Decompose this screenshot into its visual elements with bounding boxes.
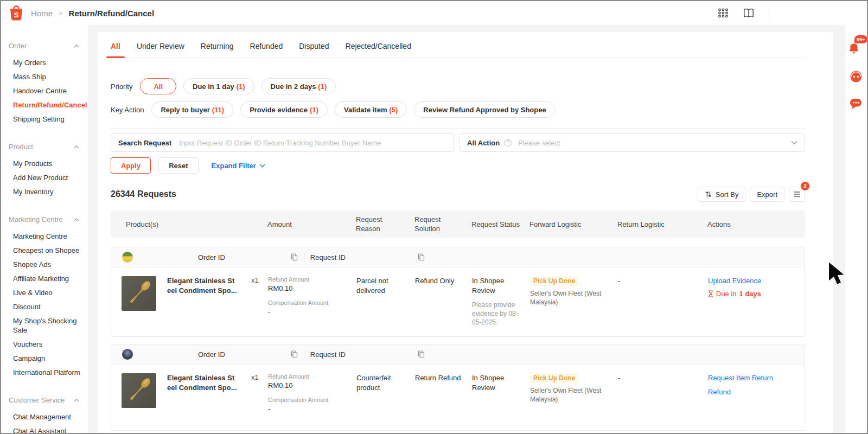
- column-request-status: Request Status: [465, 220, 523, 229]
- upload-evidence-link[interactable]: Upload Evidence: [708, 276, 800, 285]
- sidebar-item-shocking-sale[interactable]: My Shop's Shocking Sale: [9, 314, 80, 337]
- sidebar-item-affiliate-marketing[interactable]: Affiliate Marketing: [9, 271, 80, 285]
- chevron-up-icon: [74, 44, 79, 48]
- tab-returning[interactable]: Returning: [201, 42, 234, 50]
- product-name[interactable]: Elegant Stainless St eel Condiment Spo..…: [167, 276, 249, 327]
- refund-link[interactable]: Refund: [708, 387, 800, 397]
- product-name[interactable]: Elegant Stainless St eel Condiment Spo..…: [167, 373, 249, 413]
- product-image[interactable]: [122, 373, 156, 408]
- sidebar-item-chat-ai-assistant[interactable]: Chat AI Assistant: [9, 424, 80, 433]
- topbar-divider: [769, 7, 769, 20]
- id-divider: [304, 253, 304, 261]
- sidebar-section-marketing-header[interactable]: Marketing Centre: [9, 215, 88, 224]
- sidebar-item-return-refund-cancel[interactable]: Return/Refund/Cancel: [9, 98, 80, 112]
- all-action-placeholder: Please select: [518, 139, 791, 147]
- list-settings-badge: 2: [801, 182, 809, 190]
- help-icon[interactable]: ?: [504, 139, 512, 146]
- sidebar-item-vouchers[interactable]: Vouchers: [9, 337, 80, 351]
- chevron-down-icon: [791, 141, 797, 145]
- apply-button[interactable]: Apply: [111, 157, 151, 174]
- request-status-cell: In Shopee Review: [465, 373, 524, 413]
- sidebar-item-live-video[interactable]: Live & Video: [9, 285, 80, 299]
- export-button[interactable]: Export: [750, 187, 784, 202]
- sidebar: Order My Orders Mass Ship Handover Centr…: [1, 25, 88, 433]
- priority-pill-all[interactable]: All: [140, 78, 176, 94]
- shopee-logo-icon[interactable]: S: [9, 4, 24, 22]
- search-request-input[interactable]: [179, 139, 446, 147]
- knowledge-book-icon[interactable]: [743, 8, 755, 18]
- tab-rejected-cancelled[interactable]: Rejected/Cancelled: [346, 42, 411, 50]
- tab-refunded[interactable]: Refunded: [250, 42, 283, 50]
- key-action-pill-review-refund[interactable]: Review Refund Approved by Shopee: [414, 101, 555, 118]
- sidebar-item-mass-ship[interactable]: Mass Ship: [9, 69, 80, 84]
- forward-logistic-cell: Pick Up Done Seller's Own Fleet (West Ma…: [524, 276, 611, 327]
- shopee-seller-return-refund-page: { "colors": { "accent": "#ee4d2d", "link…: [0, 0, 868, 434]
- reset-button[interactable]: Reset: [158, 157, 198, 174]
- svg-text:S: S: [14, 11, 18, 19]
- expand-filter-link[interactable]: Expand Filter: [212, 162, 265, 170]
- sidebar-item-add-new-product[interactable]: Add New Product: [9, 170, 80, 184]
- search-request-box: Search Request: [111, 133, 454, 152]
- sidebar-section-order-header[interactable]: Order: [9, 41, 88, 50]
- request-reason-cell: Counterfeit product: [350, 373, 404, 413]
- list-settings-button[interactable]: 2: [789, 187, 805, 202]
- table-row: Order ID Request ID: [111, 344, 805, 431]
- sidebar-item-marketing-centre[interactable]: Marketing Centre: [9, 229, 80, 243]
- table-header: Product(s) Amount Request Reason Request…: [111, 210, 805, 238]
- logistic-carrier: Seller's Own Fleet (West Malaysia): [530, 289, 607, 307]
- tab-under-review[interactable]: Under Review: [137, 42, 184, 50]
- sidebar-item-shopee-ads[interactable]: Shopee Ads: [9, 257, 80, 271]
- sidebar-section-marketing: Marketing Centre Marketing Centre Cheape…: [9, 215, 88, 379]
- sidebar-item-my-inventory[interactable]: My Inventory: [9, 184, 80, 199]
- chevron-down-icon: [259, 164, 265, 168]
- requests-count: 26344 Requests: [111, 189, 176, 199]
- copy-request-id-icon[interactable]: [418, 350, 425, 358]
- key-action-pill-provide-evidence[interactable]: Provide evidence (1): [240, 101, 328, 118]
- sidebar-item-international-platform[interactable]: International Platform: [9, 365, 80, 379]
- customer-support-icon[interactable]: [849, 69, 863, 86]
- refund-amount-value: RM0.10: [268, 284, 346, 292]
- tab-disputed[interactable]: Disputed: [299, 42, 329, 50]
- sidebar-item-handover-centre[interactable]: Handover Centre: [9, 84, 80, 98]
- search-request-label: Search Request: [118, 139, 171, 147]
- chevron-up-icon: [74, 218, 79, 221]
- page-body: Order My Orders Mass Ship Handover Centr…: [1, 25, 867, 433]
- sidebar-item-cheapest-on-shopee[interactable]: Cheapest on Shopee: [9, 243, 80, 257]
- breadcrumb-home[interactable]: Home: [31, 9, 53, 18]
- key-action-label: Key Action: [111, 106, 144, 114]
- id-divider: [304, 350, 304, 359]
- product-quantity: x1: [251, 276, 259, 327]
- sidebar-section-customer-service-header[interactable]: Customer Service: [9, 395, 88, 405]
- buyer-avatar[interactable]: [122, 349, 133, 360]
- sidebar-item-my-products[interactable]: My Products: [9, 156, 80, 170]
- notification-count-badge: 99+: [854, 35, 867, 43]
- copy-order-id-icon[interactable]: [291, 350, 298, 358]
- sidebar-item-my-orders[interactable]: My Orders: [9, 55, 80, 69]
- priority-pill-due-1-day[interactable]: Due in 1 day (1): [183, 78, 254, 94]
- key-action-pill-reply-to-buyer[interactable]: Reply to buyer (11): [151, 101, 233, 118]
- all-action-label: All Action: [467, 139, 500, 147]
- notification-bell-icon[interactable]: 99+: [846, 35, 867, 57]
- all-action-select[interactable]: All Action ? Please select: [459, 133, 805, 152]
- sort-by-button[interactable]: Sort By: [698, 187, 746, 202]
- request-item-return-link[interactable]: Request Item Return: [708, 373, 800, 382]
- sidebar-item-chat-management[interactable]: Chat Management: [9, 410, 80, 424]
- product-image[interactable]: [122, 276, 156, 311]
- key-action-pill-validate-item[interactable]: Validate item (5): [335, 101, 407, 118]
- column-request-reason: Request Reason: [349, 215, 408, 233]
- product-quantity: x1: [251, 373, 259, 413]
- sidebar-item-campaign[interactable]: Campaign: [9, 351, 80, 365]
- sidebar-item-shipping-setting[interactable]: Shipping Setting: [9, 112, 80, 126]
- apps-grid-icon[interactable]: [718, 8, 729, 18]
- copy-request-id-icon[interactable]: [418, 253, 425, 261]
- sidebar-item-discount[interactable]: Discount: [9, 299, 80, 314]
- refund-amount-label: Refund Amount: [268, 373, 346, 380]
- tab-all[interactable]: All: [111, 42, 120, 50]
- copy-order-id-icon[interactable]: [291, 253, 298, 261]
- chat-bubbles-icon[interactable]: [849, 97, 863, 112]
- status-tabs: All Under Review Returning Refunded Disp…: [111, 42, 805, 58]
- request-status-title: In Shopee Review: [472, 276, 515, 296]
- sidebar-section-product-header[interactable]: Product: [9, 142, 88, 151]
- buyer-avatar[interactable]: [122, 252, 133, 263]
- priority-pill-due-2-days[interactable]: Due in 2 days (1): [261, 78, 336, 94]
